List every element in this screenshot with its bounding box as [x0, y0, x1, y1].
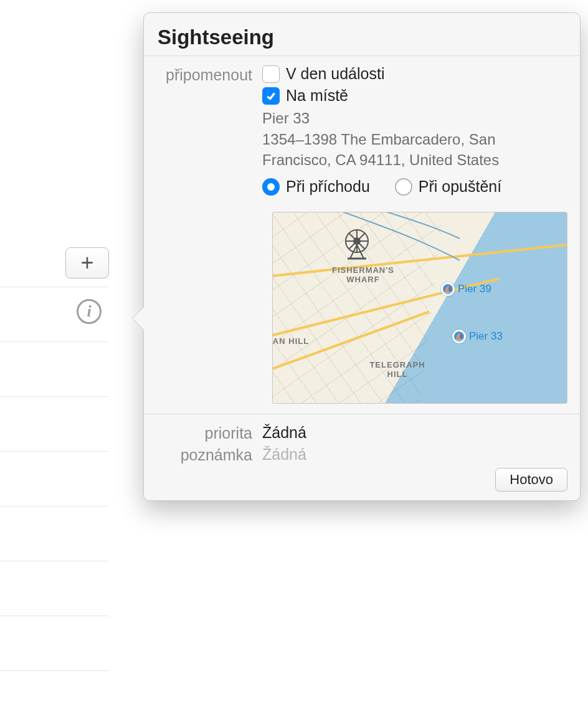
- leave-label: Při opuštění: [419, 178, 501, 196]
- remind-section: připomenout V den události Na místě Pier…: [156, 64, 567, 208]
- note-label: poznámka: [156, 445, 262, 464]
- on-day-option[interactable]: V den události: [262, 65, 567, 83]
- on-day-label: V den události: [286, 65, 384, 83]
- priority-value: Žádná: [262, 424, 567, 442]
- location-name[interactable]: Pier 33: [262, 108, 567, 128]
- landmark-icon: [340, 227, 374, 261]
- divider: [144, 414, 580, 414]
- list-divider: [0, 287, 109, 287]
- district-fishermans-wharf: FISHERMAN'S WHARF: [323, 266, 404, 285]
- radio-selected-icon: [262, 178, 280, 196]
- plus-icon: +: [80, 252, 93, 274]
- add-reminder-button[interactable]: +: [65, 247, 109, 278]
- poi-pier-33[interactable]: ⛵ Pier 33: [452, 330, 503, 343]
- list-divider: [0, 616, 109, 616]
- reminder-title[interactable]: Sightseeing: [158, 26, 566, 49]
- info-icon: i: [87, 302, 91, 321]
- checkbox-checked-icon: [262, 87, 280, 105]
- reminder-detail-popover: Sightseeing připomenout V den události N…: [143, 12, 581, 501]
- divider: [144, 55, 580, 56]
- district-an-hill: AN HILL: [272, 337, 313, 346]
- list-divider: [0, 451, 109, 452]
- note-row[interactable]: poznámka Žádná: [156, 444, 567, 465]
- ferry-icon: ⛵: [441, 282, 455, 296]
- poi-label: Pier 33: [469, 330, 503, 343]
- done-button[interactable]: Hotovo: [495, 468, 567, 492]
- list-divider: [0, 506, 109, 507]
- location-map[interactable]: FISHERMAN'S WHARF AN HILL TELEGRAPH HILL…: [272, 212, 567, 404]
- arrive-option[interactable]: Při příchodu: [262, 178, 370, 196]
- radio-unselected-icon: [395, 178, 412, 196]
- location-address: 1354–1398 The Embarcadero, San Francisco…: [262, 130, 567, 170]
- poi-label: Pier 39: [458, 283, 491, 295]
- info-button[interactable]: i: [77, 299, 102, 324]
- priority-label: priorita: [156, 423, 262, 442]
- poi-pier-39[interactable]: ⛵ Pier 39: [441, 282, 491, 296]
- reminder-list-panel: + i: [0, 215, 115, 713]
- ferry-icon: ⛵: [452, 330, 466, 343]
- list-divider: [0, 396, 109, 397]
- note-value: Žádná: [262, 445, 567, 464]
- location-trigger-group: Při příchodu Při opuštění: [262, 178, 567, 199]
- arrive-label: Při příchodu: [286, 178, 370, 196]
- at-location-option[interactable]: Na místě: [262, 87, 567, 105]
- priority-row[interactable]: priorita Žádná: [156, 422, 567, 444]
- list-divider: [0, 341, 109, 342]
- checkbox-unchecked-icon: [262, 65, 280, 83]
- done-label: Hotovo: [510, 472, 553, 487]
- at-location-label: Na místě: [286, 87, 348, 105]
- district-telegraph-hill: TELEGRAPH HILL: [360, 361, 435, 379]
- leave-option[interactable]: Při opuštění: [395, 178, 501, 196]
- list-divider: [0, 670, 109, 671]
- remind-label: připomenout: [156, 65, 262, 84]
- list-divider: [0, 561, 109, 561]
